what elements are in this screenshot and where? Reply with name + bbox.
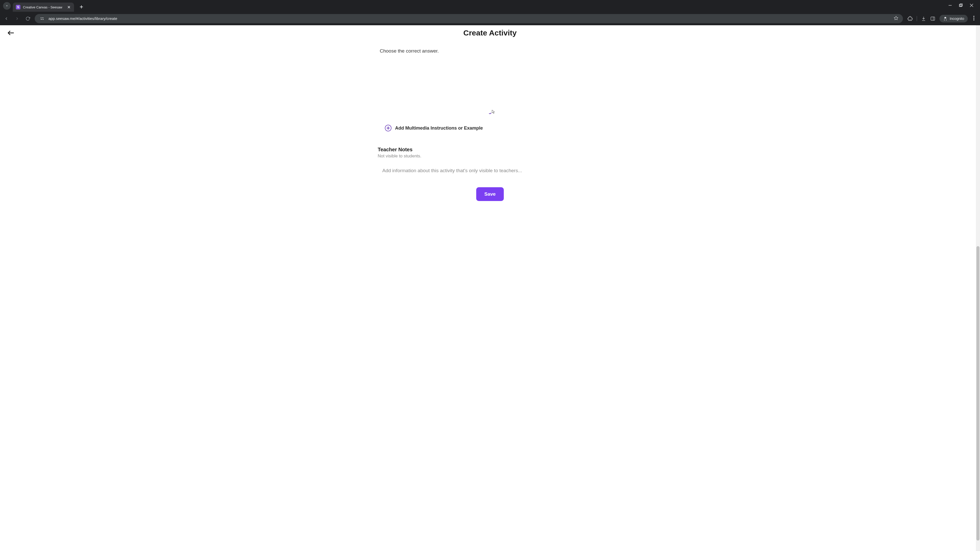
new-tab-button[interactable]	[78, 3, 85, 11]
page-content: Create Activity Choose the correct answe…	[0, 25, 980, 551]
download-icon	[921, 16, 926, 21]
bookmark-button[interactable]	[893, 16, 899, 21]
main-content: Choose the correct answer. Add Multimedi…	[372, 41, 608, 211]
save-button[interactable]: Save	[476, 187, 504, 201]
scrollbar-thumb[interactable]	[977, 246, 980, 540]
plus-icon	[80, 5, 83, 9]
kebab-menu-icon	[974, 16, 974, 21]
address-bar[interactable]: app.seesaw.me/#/activities/library/creat…	[35, 14, 903, 23]
maximize-button[interactable]	[959, 3, 963, 8]
arrow-left-icon	[4, 16, 9, 21]
browser-tab[interactable]: S Creative Canvas - Seesaw	[13, 3, 74, 12]
svg-rect-14	[931, 17, 935, 20]
extensions-button[interactable]	[907, 16, 913, 21]
side-panel-icon	[930, 16, 935, 21]
star-icon	[894, 16, 898, 21]
canvas-area[interactable]	[378, 59, 602, 118]
incognito-label: Incognito	[950, 17, 964, 21]
close-window-button[interactable]	[970, 3, 974, 8]
url-text: app.seesaw.me/#/activities/library/creat…	[48, 16, 890, 21]
tab-search-button[interactable]	[3, 2, 11, 10]
side-panel-button[interactable]	[930, 16, 935, 21]
svg-point-11	[43, 19, 44, 20]
minimize-icon	[948, 3, 952, 7]
spinner-arc-icon	[488, 111, 492, 114]
svg-point-17	[974, 17, 974, 19]
plus-circle-icon	[385, 125, 391, 131]
tab-close-button[interactable]	[67, 5, 71, 9]
close-icon	[970, 3, 974, 7]
add-multimedia-label: Add Multimedia Instructions or Example	[395, 125, 483, 131]
page-title: Create Activity	[463, 29, 517, 37]
plus-icon	[387, 126, 390, 130]
add-multimedia-button[interactable]: Add Multimedia Instructions or Example	[378, 125, 602, 131]
incognito-badge[interactable]: Incognito	[939, 15, 968, 22]
chrome-menu-button[interactable]	[972, 16, 976, 21]
page-header: Create Activity	[0, 25, 980, 41]
teacher-notes-placeholder: Add information about this activity that…	[382, 168, 522, 173]
svg-point-16	[974, 16, 974, 17]
back-button[interactable]	[3, 15, 10, 22]
toolbar-right: Incognito	[906, 15, 977, 22]
teacher-notes-section: Teacher Notes Not visible to students. A…	[378, 147, 602, 173]
site-settings-icon	[40, 16, 45, 21]
downloads-button[interactable]	[921, 16, 926, 21]
page-back-button[interactable]	[7, 30, 14, 36]
browser-chrome: S Creative Canvas - Seesaw	[0, 0, 980, 25]
site-info-button[interactable]	[38, 16, 46, 21]
tab-bar: S Creative Canvas - Seesaw	[0, 0, 980, 12]
teacher-notes-input[interactable]: Add information about this activity that…	[378, 168, 602, 173]
chevron-down-icon	[5, 4, 9, 8]
reload-button[interactable]	[24, 15, 32, 22]
instruction-text: Choose the correct answer.	[378, 48, 602, 54]
tab-title: Creative Canvas - Seesaw	[23, 5, 65, 9]
loading-spinner	[488, 111, 492, 115]
forward-button[interactable]	[13, 15, 21, 22]
svg-point-18	[974, 19, 974, 21]
minimize-button[interactable]	[948, 3, 952, 8]
svg-marker-13	[894, 16, 898, 20]
teacher-notes-subtext: Not visible to students.	[378, 154, 602, 159]
svg-point-9	[41, 17, 41, 18]
teacher-notes-heading: Teacher Notes	[378, 147, 602, 152]
arrow-right-icon	[15, 16, 19, 21]
tab-favicon: S	[16, 5, 21, 10]
cursor-indicator	[492, 110, 495, 115]
arrow-left-icon	[7, 30, 14, 36]
extensions-icon	[907, 16, 913, 21]
close-icon	[68, 6, 70, 8]
maximize-icon	[959, 3, 963, 7]
scrollbar-track[interactable]	[976, 25, 980, 551]
incognito-icon	[943, 16, 948, 21]
reload-icon	[25, 16, 30, 21]
window-controls	[948, 3, 978, 8]
cursor-icon	[492, 110, 495, 114]
address-bar-row: app.seesaw.me/#/activities/library/creat…	[0, 12, 980, 25]
